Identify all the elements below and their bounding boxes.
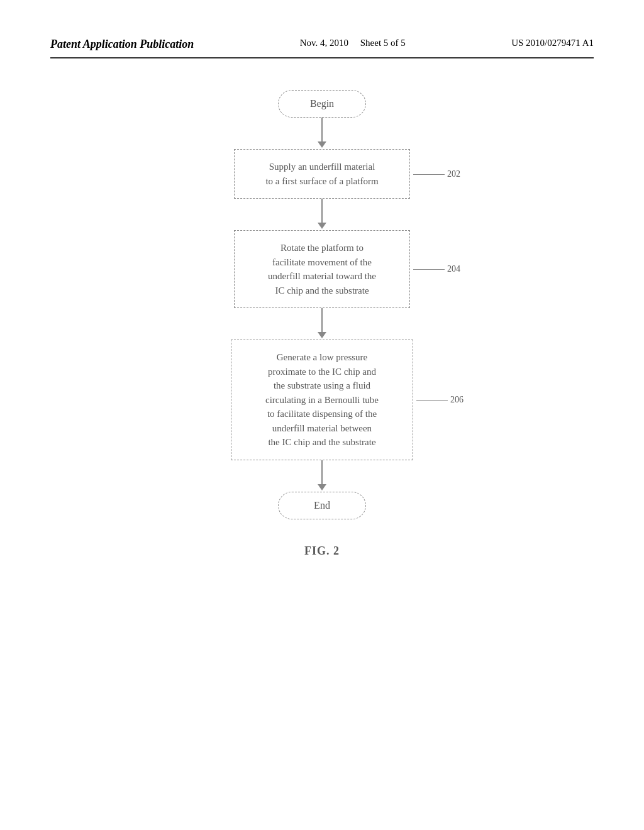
page-header: Patent Application Publication Nov. 4, 2… <box>50 38 594 58</box>
publication-title: Patent Application Publication <box>50 38 194 51</box>
step-206-label: 206 <box>450 395 464 405</box>
arrow-3 <box>318 308 326 340</box>
arrow-head <box>318 223 326 229</box>
arrow-head <box>318 141 326 148</box>
header-date-sheet: Nov. 4, 2010 Sheet 5 of 5 <box>300 38 406 48</box>
step-206-node: Generate a low pressureproximate to the … <box>231 340 413 460</box>
end-node: End <box>278 492 366 519</box>
step-206-wrapper: Generate a low pressureproximate to the … <box>231 340 413 460</box>
patent-number: US 2010/0279471 A1 <box>511 38 594 48</box>
arrow-line <box>321 118 323 141</box>
step-204-wrapper: Rotate the platform tofacilitate movemen… <box>234 230 410 308</box>
arrow-line <box>321 308 323 332</box>
step-202-label: 202 <box>447 169 460 179</box>
publication-date: Nov. 4, 2010 <box>300 38 348 48</box>
sheet-info: Sheet 5 of 5 <box>360 38 406 48</box>
step-206-label-line <box>416 400 448 401</box>
step-204-node: Rotate the platform tofacilitate movemen… <box>234 230 410 308</box>
arrow-2 <box>318 199 326 230</box>
step-202-wrapper: Supply an underfill materialto a first s… <box>234 149 410 199</box>
arrow-line <box>321 199 323 223</box>
arrow-head <box>318 484 326 490</box>
page-container: Patent Application Publication Nov. 4, 2… <box>0 0 644 830</box>
figure-caption: FIG. 2 <box>50 545 594 558</box>
arrow-head <box>318 332 326 338</box>
step-202-node: Supply an underfill materialto a first s… <box>234 149 410 199</box>
begin-node: Begin <box>278 90 366 118</box>
step-204-label-line <box>413 269 445 270</box>
flowchart: Begin Supply an underfill materialto a f… <box>50 90 594 519</box>
arrow-line <box>321 460 323 484</box>
arrow-4 <box>318 460 326 492</box>
arrow-1 <box>318 118 326 149</box>
step-204-label: 204 <box>447 264 460 274</box>
step-202-label-line <box>413 174 445 175</box>
